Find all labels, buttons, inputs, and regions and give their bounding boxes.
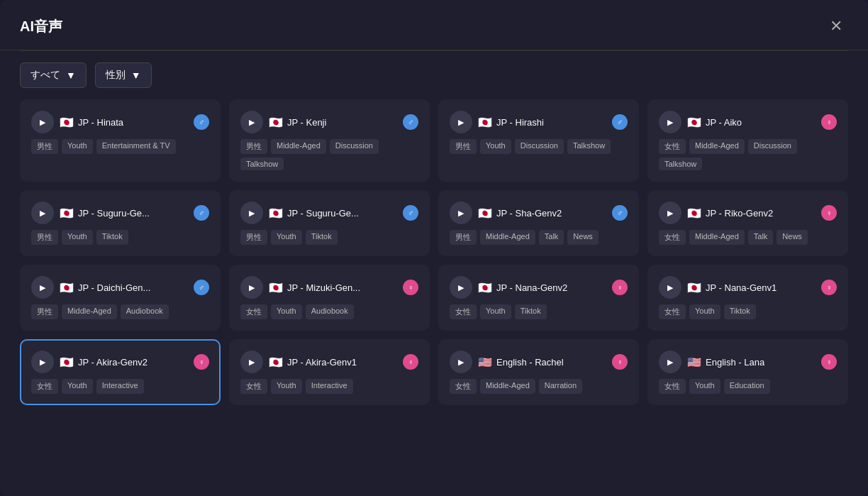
tag-middle-aged: Middle-Aged	[480, 230, 535, 245]
filter-all-label: すべて	[30, 69, 60, 82]
gender-badge-jp-akira-genv1: ♀	[403, 354, 418, 370]
voice-card-jp-kenji[interactable]: ▶🇯🇵JP - Kenji♂男性Middle-AgedDiscussionTal…	[229, 99, 430, 182]
tag-tiktok: Tiktok	[724, 304, 756, 319]
card-top-row: ▶🇯🇵JP - Kenji♂	[240, 111, 418, 133]
tags-container-jp-kenji: 男性Middle-AgedDiscussionTalkshow	[240, 139, 418, 170]
voice-card-jp-aiko[interactable]: ▶🇯🇵JP - Aiko♀女性Middle-AgedDiscussionTalk…	[647, 99, 848, 182]
card-name-row: 🇯🇵JP - Hirashi♂	[478, 114, 628, 130]
play-button-jp-akira-genv2[interactable]: ▶	[31, 351, 54, 373]
tag-tiktok: Tiktok	[515, 304, 547, 319]
play-button-en-lana[interactable]: ▶	[659, 351, 681, 373]
tag-youth: Youth	[689, 379, 720, 394]
voice-card-jp-sha-genv2[interactable]: ▶🇯🇵JP - Sha-Genv2♂男性Middle-AgedTalkNews	[438, 190, 639, 256]
card-name-row: 🇯🇵JP - Sha-Genv2♂	[478, 205, 628, 221]
tag-youth: Youth	[480, 139, 511, 154]
flag-icon-jp-aiko: 🇯🇵	[687, 116, 701, 129]
play-button-jp-nana-genv2[interactable]: ▶	[450, 276, 472, 299]
tag-女性: 女性	[659, 139, 686, 154]
voice-name-jp-hirashi: JP - Hirashi	[496, 117, 544, 128]
gender-badge-jp-daichi-gen: ♂	[194, 280, 209, 295]
card-top-row: ▶🇯🇵JP - Suguru-Ge...♂	[31, 202, 209, 224]
play-button-jp-akira-genv1[interactable]: ▶	[240, 351, 263, 373]
voice-card-jp-hirashi[interactable]: ▶🇯🇵JP - Hirashi♂男性YouthDiscussionTalksho…	[438, 99, 639, 182]
close-button[interactable]: ✕	[824, 14, 848, 38]
voice-card-jp-riko-genv2[interactable]: ▶🇯🇵JP - Riko-Genv2♀女性Middle-AgedTalkNews	[647, 190, 848, 256]
tag-talkshow: Talkshow	[240, 158, 284, 170]
voice-name-jp-mizuki-gen: JP - Mizuki-Gen...	[287, 282, 360, 293]
tags-container-jp-nana-genv2: 女性YouthTiktok	[450, 304, 628, 319]
voice-grid: ▶🇯🇵JP - Hinata♂男性YouthEntertainment & TV…	[0, 99, 868, 422]
play-button-jp-riko-genv2[interactable]: ▶	[659, 202, 681, 224]
tag-discussion: Discussion	[515, 139, 564, 154]
voice-card-en-lana[interactable]: ▶🇺🇸English - Lana♀女性YouthEducation	[647, 339, 848, 405]
flag-icon-jp-hinata: 🇯🇵	[60, 116, 74, 129]
card-name-row: 🇺🇸English - Rachel♀	[478, 354, 628, 370]
play-button-jp-sha-genv2[interactable]: ▶	[450, 202, 472, 224]
voice-card-jp-akira-genv2[interactable]: ▶🇯🇵JP - Akira-Genv2♀女性YouthInteractive	[20, 339, 221, 405]
voice-name-jp-aiko: JP - Aiko	[706, 117, 742, 128]
tag-youth: Youth	[480, 304, 511, 319]
play-button-jp-hirashi[interactable]: ▶	[450, 111, 472, 133]
tag-news: News	[777, 230, 808, 245]
gender-badge-jp-mizuki-gen: ♀	[403, 280, 418, 295]
card-top-row: ▶🇯🇵JP - Nana-Genv1♀	[659, 276, 837, 299]
card-name-row: 🇯🇵JP - Kenji♂	[269, 114, 418, 130]
play-button-jp-hinata[interactable]: ▶	[31, 111, 54, 133]
tag-talk: Talk	[539, 230, 564, 245]
gender-badge-jp-aiko: ♀	[821, 114, 837, 130]
gender-badge-jp-hirashi: ♂	[612, 114, 628, 130]
card-top-row: ▶🇯🇵JP - Nana-Genv2♀	[450, 276, 628, 299]
card-name-row: 🇯🇵JP - Akira-Genv2♀	[60, 354, 209, 370]
tags-container-jp-nana-genv1: 女性YouthTiktok	[659, 304, 837, 319]
play-button-jp-aiko[interactable]: ▶	[659, 111, 681, 133]
tag-talkshow: Talkshow	[567, 139, 611, 154]
play-button-en-rachel[interactable]: ▶	[450, 351, 472, 373]
flag-icon-jp-sha-genv2: 🇯🇵	[478, 206, 492, 220]
tag-youth: Youth	[689, 304, 720, 319]
card-name-row: 🇯🇵JP - Riko-Genv2♀	[687, 205, 837, 221]
voice-card-jp-mizuki-gen[interactable]: ▶🇯🇵JP - Mizuki-Gen...♀女性YouthAudiobook	[229, 265, 430, 331]
gender-badge-jp-riko-genv2: ♀	[821, 205, 837, 221]
flag-icon-jp-suguru-gen-1: 🇯🇵	[60, 206, 74, 220]
card-top-row: ▶🇺🇸English - Rachel♀	[450, 351, 628, 373]
tag-女性: 女性	[659, 304, 686, 319]
voice-card-jp-daichi-gen[interactable]: ▶🇯🇵JP - Daichi-Gen...♂男性Middle-AgedAudio…	[20, 265, 221, 331]
flag-icon-en-lana: 🇺🇸	[687, 356, 701, 369]
tags-container-jp-mizuki-gen: 女性YouthAudiobook	[240, 304, 418, 319]
tags-container-jp-akira-genv1: 女性YouthInteractive	[240, 379, 418, 394]
card-top-row: ▶🇯🇵JP - Aiko♀	[659, 111, 837, 133]
flag-icon-jp-daichi-gen: 🇯🇵	[60, 281, 74, 294]
play-button-jp-suguru-gen-1[interactable]: ▶	[31, 202, 54, 224]
flag-icon-en-rachel: 🇺🇸	[478, 356, 492, 369]
voice-card-jp-hinata[interactable]: ▶🇯🇵JP - Hinata♂男性YouthEntertainment & TV	[20, 99, 221, 182]
card-name-row: 🇯🇵JP - Mizuki-Gen...♀	[269, 280, 418, 295]
voice-name-en-lana: English - Lana	[706, 357, 764, 368]
play-button-jp-mizuki-gen[interactable]: ▶	[240, 276, 263, 299]
filter-all-select[interactable]: すべて ▼	[20, 62, 87, 88]
play-button-jp-suguru-gen-2[interactable]: ▶	[240, 202, 263, 224]
tags-container-jp-hirashi: 男性YouthDiscussionTalkshow	[450, 139, 628, 154]
voice-name-jp-nana-genv1: JP - Nana-Genv1	[706, 282, 777, 293]
tags-container-jp-suguru-gen-2: 男性YouthTiktok	[240, 230, 418, 245]
flag-icon-jp-nana-genv1: 🇯🇵	[687, 281, 701, 294]
filter-gender-select[interactable]: 性別 ▼	[95, 62, 152, 88]
flag-icon-jp-nana-genv2: 🇯🇵	[478, 281, 492, 294]
tag-youth: Youth	[271, 379, 302, 394]
tag-youth: Youth	[62, 379, 93, 394]
voice-name-en-rachel: English - Rachel	[496, 357, 564, 368]
flag-icon-jp-akira-genv1: 🇯🇵	[269, 356, 283, 369]
voice-name-jp-suguru-gen-1: JP - Suguru-Ge...	[78, 208, 150, 219]
play-button-jp-nana-genv1[interactable]: ▶	[659, 276, 681, 299]
voice-card-jp-nana-genv1[interactable]: ▶🇯🇵JP - Nana-Genv1♀女性YouthTiktok	[647, 265, 848, 331]
voice-card-jp-suguru-gen-2[interactable]: ▶🇯🇵JP - Suguru-Ge...♂男性YouthTiktok	[229, 190, 430, 256]
tag-男性: 男性	[240, 139, 267, 154]
flag-icon-jp-akira-genv2: 🇯🇵	[60, 356, 74, 369]
voice-card-jp-nana-genv2[interactable]: ▶🇯🇵JP - Nana-Genv2♀女性YouthTiktok	[438, 265, 639, 331]
voice-card-jp-suguru-gen-1[interactable]: ▶🇯🇵JP - Suguru-Ge...♂男性YouthTiktok	[20, 190, 221, 256]
play-button-jp-kenji[interactable]: ▶	[240, 111, 263, 133]
voice-card-en-rachel[interactable]: ▶🇺🇸English - Rachel♀女性Middle-AgedNarrati…	[438, 339, 639, 405]
modal-title: AI音声	[20, 17, 62, 36]
play-button-jp-daichi-gen[interactable]: ▶	[31, 276, 54, 299]
voice-card-jp-akira-genv1[interactable]: ▶🇯🇵JP - Akira-Genv1♀女性YouthInteractive	[229, 339, 430, 405]
tag-男性: 男性	[450, 139, 477, 154]
